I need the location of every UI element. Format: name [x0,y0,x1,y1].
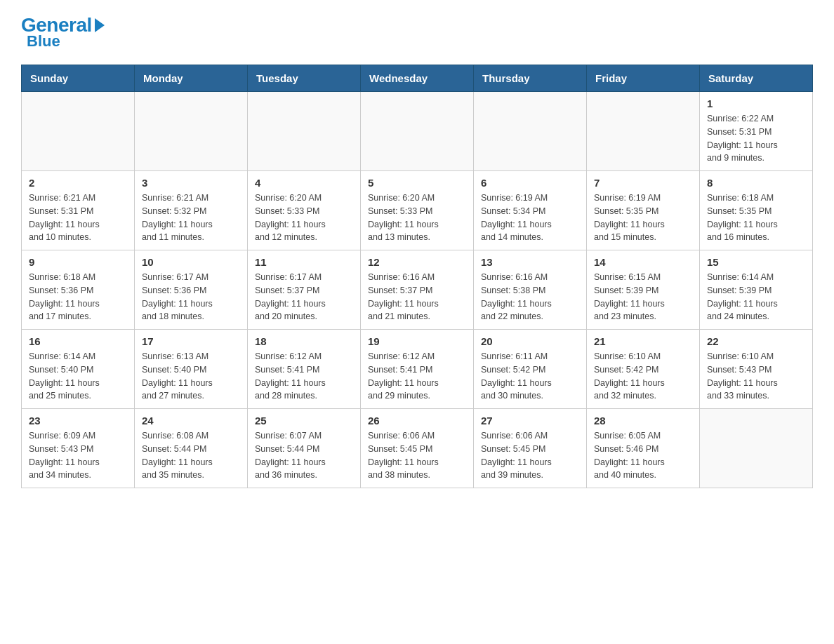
day-info: Sunrise: 6:10 AMSunset: 5:42 PMDaylight:… [594,350,692,403]
day-info: Sunrise: 6:18 AMSunset: 5:36 PMDaylight:… [29,271,127,323]
weekday-header-tuesday: Tuesday [248,65,361,92]
calendar-cell [22,92,135,171]
calendar-cell: 1Sunrise: 6:22 AMSunset: 5:31 PMDaylight… [700,92,813,171]
day-number: 18 [255,335,353,347]
calendar-cell: 24Sunrise: 6:08 AMSunset: 5:44 PMDayligh… [135,409,248,488]
day-number: 28 [594,415,692,427]
day-info: Sunrise: 6:19 AMSunset: 5:34 PMDaylight:… [481,192,579,244]
day-number: 13 [481,256,579,268]
calendar-cell: 3Sunrise: 6:21 AMSunset: 5:32 PMDaylight… [135,171,248,250]
calendar-cell: 7Sunrise: 6:19 AMSunset: 5:35 PMDaylight… [587,171,700,250]
weekday-header-row: SundayMondayTuesdayWednesdayThursdayFrid… [22,65,813,92]
logo: General Blue [21,14,105,51]
day-info: Sunrise: 6:14 AMSunset: 5:40 PMDaylight:… [29,350,127,403]
day-info: Sunrise: 6:06 AMSunset: 5:45 PMDaylight:… [368,429,466,482]
calendar-cell: 5Sunrise: 6:20 AMSunset: 5:33 PMDaylight… [361,171,474,250]
calendar-cell: 22Sunrise: 6:10 AMSunset: 5:43 PMDayligh… [700,330,813,409]
calendar-cell: 12Sunrise: 6:16 AMSunset: 5:37 PMDayligh… [361,250,474,330]
logo-arrow-icon [95,18,105,32]
day-info: Sunrise: 6:15 AMSunset: 5:39 PMDaylight:… [594,271,692,323]
calendar-cell [700,409,813,488]
day-info: Sunrise: 6:10 AMSunset: 5:43 PMDaylight:… [707,350,805,403]
calendar-cell: 26Sunrise: 6:06 AMSunset: 5:45 PMDayligh… [361,409,474,488]
day-number: 24 [142,415,240,427]
calendar-cell [587,92,700,171]
calendar-cell: 2Sunrise: 6:21 AMSunset: 5:31 PMDaylight… [22,171,135,250]
calendar-cell: 13Sunrise: 6:16 AMSunset: 5:38 PMDayligh… [474,250,587,330]
logo-blue-text: Blue [27,32,60,51]
day-number: 9 [29,256,127,268]
day-info: Sunrise: 6:07 AMSunset: 5:44 PMDaylight:… [255,429,353,482]
day-info: Sunrise: 6:12 AMSunset: 5:41 PMDaylight:… [255,350,353,403]
day-number: 25 [255,415,353,427]
calendar-cell: 11Sunrise: 6:17 AMSunset: 5:37 PMDayligh… [248,250,361,330]
calendar-cell [248,92,361,171]
calendar-cell [474,92,587,171]
day-number: 12 [368,256,466,268]
day-info: Sunrise: 6:06 AMSunset: 5:45 PMDaylight:… [481,429,579,482]
weekday-header-thursday: Thursday [474,65,587,92]
calendar-cell: 28Sunrise: 6:05 AMSunset: 5:46 PMDayligh… [587,409,700,488]
day-info: Sunrise: 6:12 AMSunset: 5:41 PMDaylight:… [368,350,466,403]
calendar-cell: 6Sunrise: 6:19 AMSunset: 5:34 PMDaylight… [474,171,587,250]
calendar-week-row: 9Sunrise: 6:18 AMSunset: 5:36 PMDaylight… [22,250,813,330]
calendar-cell: 15Sunrise: 6:14 AMSunset: 5:39 PMDayligh… [700,250,813,330]
day-info: Sunrise: 6:19 AMSunset: 5:35 PMDaylight:… [594,192,692,244]
day-number: 22 [707,335,805,347]
weekday-header-saturday: Saturday [700,65,813,92]
day-info: Sunrise: 6:14 AMSunset: 5:39 PMDaylight:… [707,271,805,323]
day-info: Sunrise: 6:11 AMSunset: 5:42 PMDaylight:… [481,350,579,403]
day-number: 23 [29,415,127,427]
day-info: Sunrise: 6:17 AMSunset: 5:37 PMDaylight:… [255,271,353,323]
day-number: 21 [594,335,692,347]
day-number: 14 [594,256,692,268]
calendar-cell: 16Sunrise: 6:14 AMSunset: 5:40 PMDayligh… [22,330,135,409]
calendar-week-row: 2Sunrise: 6:21 AMSunset: 5:31 PMDaylight… [22,171,813,250]
calendar-table: SundayMondayTuesdayWednesdayThursdayFrid… [21,65,813,488]
calendar-cell: 14Sunrise: 6:15 AMSunset: 5:39 PMDayligh… [587,250,700,330]
day-number: 7 [594,177,692,189]
day-number: 11 [255,256,353,268]
calendar-cell: 23Sunrise: 6:09 AMSunset: 5:43 PMDayligh… [22,409,135,488]
day-number: 27 [481,415,579,427]
day-number: 19 [368,335,466,347]
day-info: Sunrise: 6:18 AMSunset: 5:35 PMDaylight:… [707,192,805,244]
day-info: Sunrise: 6:05 AMSunset: 5:46 PMDaylight:… [594,429,692,482]
calendar-cell: 27Sunrise: 6:06 AMSunset: 5:45 PMDayligh… [474,409,587,488]
calendar-body: 1Sunrise: 6:22 AMSunset: 5:31 PMDaylight… [22,92,813,488]
calendar-cell: 19Sunrise: 6:12 AMSunset: 5:41 PMDayligh… [361,330,474,409]
day-number: 2 [29,177,127,189]
day-info: Sunrise: 6:20 AMSunset: 5:33 PMDaylight:… [368,192,466,244]
day-info: Sunrise: 6:16 AMSunset: 5:38 PMDaylight:… [481,271,579,323]
day-info: Sunrise: 6:21 AMSunset: 5:32 PMDaylight:… [142,192,240,244]
calendar-cell: 20Sunrise: 6:11 AMSunset: 5:42 PMDayligh… [474,330,587,409]
day-number: 20 [481,335,579,347]
day-number: 4 [255,177,353,189]
weekday-header-friday: Friday [587,65,700,92]
calendar-cell: 18Sunrise: 6:12 AMSunset: 5:41 PMDayligh… [248,330,361,409]
calendar-cell: 4Sunrise: 6:20 AMSunset: 5:33 PMDaylight… [248,171,361,250]
day-number: 15 [707,256,805,268]
day-number: 1 [707,98,805,109]
day-number: 8 [707,177,805,189]
day-number: 17 [142,335,240,347]
weekday-header-sunday: Sunday [22,65,135,92]
day-number: 10 [142,256,240,268]
day-number: 5 [368,177,466,189]
calendar-cell: 25Sunrise: 6:07 AMSunset: 5:44 PMDayligh… [248,409,361,488]
calendar-cell: 21Sunrise: 6:10 AMSunset: 5:42 PMDayligh… [587,330,700,409]
day-info: Sunrise: 6:22 AMSunset: 5:31 PMDaylight:… [707,112,805,165]
day-info: Sunrise: 6:17 AMSunset: 5:36 PMDaylight:… [142,271,240,323]
day-info: Sunrise: 6:20 AMSunset: 5:33 PMDaylight:… [255,192,353,244]
day-info: Sunrise: 6:09 AMSunset: 5:43 PMDaylight:… [29,429,127,482]
calendar-week-row: 23Sunrise: 6:09 AMSunset: 5:43 PMDayligh… [22,409,813,488]
day-info: Sunrise: 6:13 AMSunset: 5:40 PMDaylight:… [142,350,240,403]
calendar-cell: 8Sunrise: 6:18 AMSunset: 5:35 PMDaylight… [700,171,813,250]
page-header: General Blue [21,14,813,51]
day-number: 16 [29,335,127,347]
calendar-week-row: 1Sunrise: 6:22 AMSunset: 5:31 PMDaylight… [22,92,813,171]
day-info: Sunrise: 6:16 AMSunset: 5:37 PMDaylight:… [368,271,466,323]
calendar-week-row: 16Sunrise: 6:14 AMSunset: 5:40 PMDayligh… [22,330,813,409]
calendar-cell [135,92,248,171]
weekday-header-wednesday: Wednesday [361,65,474,92]
